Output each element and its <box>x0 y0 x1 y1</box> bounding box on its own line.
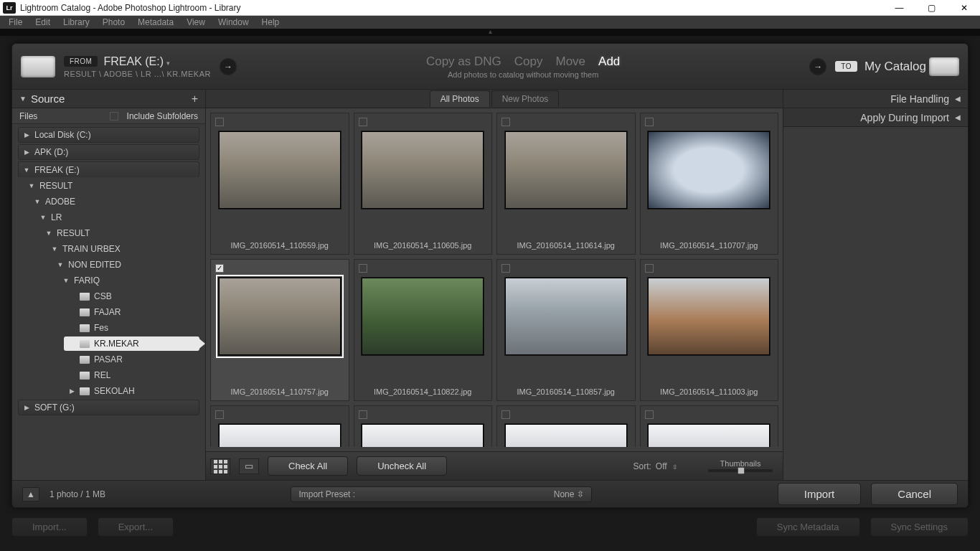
thumbnail-cell[interactable] <box>640 405 779 447</box>
thumbnail-size-slider[interactable] <box>708 469 773 472</box>
mode-copy-dng[interactable]: Copy as DNG <box>426 55 501 69</box>
apply-during-import-panel[interactable]: Apply During Import◀ <box>783 108 968 127</box>
folder-icon <box>80 356 90 364</box>
filename-label: IMG_20160514_110559.jpg <box>211 241 349 250</box>
thumbnail-cell[interactable]: IMG_20160514_110857.jpg <box>496 259 636 401</box>
mode-move[interactable]: Move <box>556 55 586 69</box>
uncheck-all-button[interactable]: Uncheck All <box>357 456 447 476</box>
pick-checkbox[interactable] <box>359 410 367 419</box>
sort-select[interactable]: Off ⇳ <box>656 461 678 471</box>
pick-checkbox[interactable] <box>645 264 654 273</box>
pick-checkbox[interactable] <box>215 410 224 419</box>
pick-checkbox[interactable] <box>645 118 654 126</box>
menu-photo[interactable]: Photo <box>97 17 131 27</box>
thumbnail-cell[interactable]: IMG_20160514_110559.jpg <box>210 113 349 255</box>
filename-label: IMG_20160514_110757.jpg <box>211 387 349 396</box>
folder-pasar[interactable]: PASAR <box>64 352 199 367</box>
maximize-button[interactable]: ▢ <box>915 0 948 16</box>
tab-new-photos[interactable]: New Photos <box>491 90 560 107</box>
add-source-button[interactable]: + <box>192 93 198 105</box>
thumbnail-image <box>218 131 341 209</box>
menu-edit[interactable]: Edit <box>29 17 56 27</box>
folder-adobe[interactable]: ▼ADOBE <box>29 194 199 209</box>
loupe-view-button[interactable]: ▭ <box>239 458 259 474</box>
pick-checkbox[interactable] <box>645 410 654 419</box>
pick-checkbox[interactable] <box>501 410 510 419</box>
menu-view[interactable]: View <box>181 17 211 27</box>
thumbnail-cell[interactable]: IMG_20160514_110707.jpg <box>640 113 779 255</box>
menu-help[interactable]: Help <box>256 17 286 27</box>
from-badge: FROM <box>64 56 98 67</box>
dialog-footer: ▲ 1 photo / 1 MB Import Preset : None⇳ I… <box>12 480 968 507</box>
folder-result[interactable]: ▼RESULT <box>24 179 199 193</box>
pick-checkbox[interactable] <box>501 264 510 273</box>
import-mode-tabs: Copy as DNG Copy Move Add <box>426 55 620 69</box>
pick-checkbox[interactable] <box>215 118 224 126</box>
thumbnail-cell[interactable]: IMG_20160514_110757.jpg <box>210 259 349 401</box>
folder-lr[interactable]: ▼LR <box>35 210 199 225</box>
folder-rel[interactable]: REL <box>64 368 199 382</box>
thumbnail-cell[interactable]: IMG_20160514_110614.jpg <box>496 113 636 255</box>
pick-checkbox[interactable] <box>359 118 367 126</box>
grid-toolbar: ▭ Check All Uncheck All Sort: Off ⇳ Thum… <box>206 451 783 480</box>
import-button[interactable]: Import <box>778 483 862 505</box>
thumbnail-image <box>504 277 628 356</box>
menu-window[interactable]: Window <box>212 17 255 27</box>
drive-item-e[interactable]: ▼FREAK (E:) <box>18 161 199 177</box>
menu-library[interactable]: Library <box>57 17 95 27</box>
folder-fajar[interactable]: FAJAR <box>64 305 199 319</box>
thumbnail-cell[interactable]: IMG_20160514_110605.jpg <box>354 113 493 255</box>
under-import: Import... <box>11 517 88 537</box>
thumbnail-cell[interactable]: IMG_20160514_110822.jpg <box>354 259 493 401</box>
folder-csb[interactable]: CSB <box>64 289 199 303</box>
thumbnail-image <box>504 131 628 209</box>
folder-non-edited[interactable]: ▼NON EDITED <box>52 258 199 272</box>
thumbnail-image <box>647 131 771 209</box>
include-subfolders-checkbox[interactable] <box>110 112 118 121</box>
thumbnail-cell[interactable] <box>496 405 636 447</box>
pick-checkbox[interactable] <box>501 118 510 126</box>
tab-all-photos[interactable]: All Photos <box>430 90 490 107</box>
thumbnail-cell[interactable] <box>354 405 493 447</box>
file-handling-panel[interactable]: File Handling◀ <box>783 90 968 108</box>
thumbnail-image <box>361 131 484 209</box>
cancel-button[interactable]: Cancel <box>871 483 958 505</box>
module-collapse-handle[interactable] <box>0 29 980 36</box>
source-panel-header[interactable]: ▼ Source + <box>12 90 205 108</box>
folder-train-urbex[interactable]: ▼TRAIN URBEX <box>47 242 199 256</box>
drive-item-g[interactable]: ▶SOFT (G:) <box>18 400 199 415</box>
grid-view-button[interactable] <box>210 458 230 474</box>
thumbnail-cell[interactable]: IMG_20160514_111003.jpg <box>640 259 779 401</box>
check-all-button[interactable]: Check All <box>268 456 348 476</box>
compact-toggle-button[interactable]: ▲ <box>22 487 39 501</box>
destination-label[interactable]: My Catalog <box>864 60 926 74</box>
forward-arrow-icon[interactable]: → <box>809 58 826 75</box>
include-subfolders-label: Include Subfolders <box>127 111 198 121</box>
folder-fes[interactable]: Fes <box>64 321 199 335</box>
source-drive-select[interactable]: FREAK (E:)▾ <box>103 55 170 68</box>
folder-result2[interactable]: ▼RESULT <box>41 226 199 240</box>
pick-checkbox[interactable] <box>359 264 367 273</box>
pick-checkbox[interactable] <box>215 264 224 273</box>
close-button[interactable]: ✕ <box>948 0 980 16</box>
import-dialog: FROM FREAK (E:)▾ RESULT \ ADOBE \ LR ...… <box>11 43 969 508</box>
mode-add[interactable]: Add <box>598 55 620 69</box>
folder-sekolah[interactable]: ▶SEKOLAH <box>64 384 199 398</box>
thumbnail-cell[interactable] <box>210 405 349 447</box>
forward-arrow-icon[interactable]: → <box>220 58 237 75</box>
menu-metadata[interactable]: Metadata <box>132 17 179 27</box>
filename-label: IMG_20160514_110614.jpg <box>497 241 635 250</box>
source-drive-icon <box>21 56 55 77</box>
folder-icon <box>80 324 90 332</box>
minimize-button[interactable]: — <box>883 0 915 16</box>
import-preset-select[interactable]: Import Preset : None⇳ <box>291 486 592 502</box>
mode-copy[interactable]: Copy <box>514 55 543 69</box>
drive-item-c[interactable]: ▶Local Disk (C:) <box>18 127 199 143</box>
disclosure-left-icon: ◀ <box>955 95 961 103</box>
folder-fariq[interactable]: ▼FARIQ <box>58 273 199 288</box>
thumbnail-image <box>647 277 771 356</box>
drive-item-d[interactable]: ▶APK (D:) <box>18 144 199 160</box>
folder-kr-mekar[interactable]: KR.MEKAR <box>64 336 199 351</box>
folder-icon <box>80 372 90 380</box>
menu-file[interactable]: File <box>3 17 28 27</box>
